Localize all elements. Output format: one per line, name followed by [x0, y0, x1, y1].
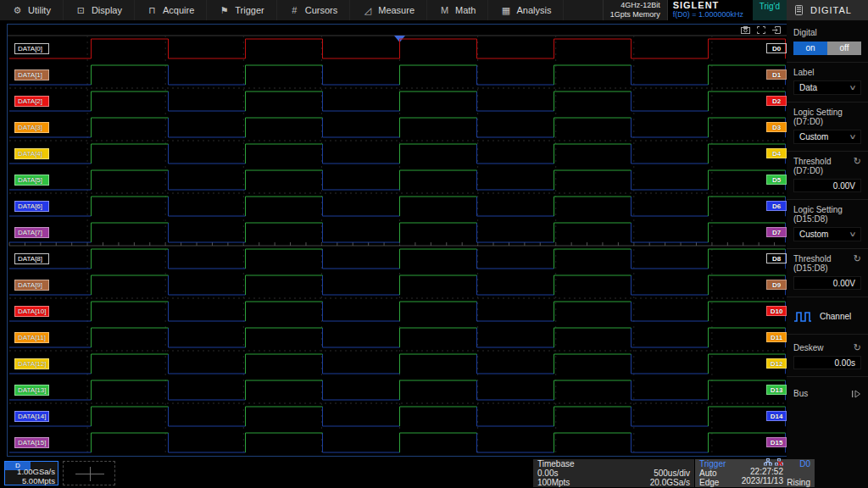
channel-badge-D8[interactable]: D8: [766, 253, 787, 263]
channel-badge-D0[interactable]: D0: [766, 43, 787, 53]
menu-measure[interactable]: ◿ Measure: [350, 0, 427, 20]
channel-label-D14[interactable]: DATA[14]: [14, 411, 49, 422]
channel-badge-D1[interactable]: D1: [766, 69, 787, 80]
channel-badge-D10[interactable]: D10: [766, 306, 787, 316]
channel-label-D15[interactable]: DATA[15]: [14, 437, 49, 448]
channel-label-D9[interactable]: DATA[9]: [14, 280, 49, 291]
channel-badge-D13[interactable]: D13: [766, 385, 787, 395]
waveform-display[interactable]: DATA[0]D0DATA[1]D1DATA[2]D2DATA[3]D3DATA…: [7, 24, 788, 457]
channel-badge-D11[interactable]: D11: [766, 332, 787, 342]
channel-label-D12[interactable]: DATA[12]: [14, 358, 49, 369]
channel-label-D1[interactable]: DATA[1]: [14, 69, 49, 80]
digital-trace-high-D4: [92, 144, 786, 164]
channel-label-D5[interactable]: DATA[5]: [14, 175, 49, 186]
refresh-icon[interactable]: ↻: [854, 343, 861, 352]
channel-badge-D7[interactable]: D7: [766, 227, 787, 237]
digital-trace-low-D1: [9, 65, 786, 85]
menu-utility-label: Utility: [28, 5, 51, 15]
label-section-title: Label: [787, 68, 868, 77]
deskew-input[interactable]: 0.00s: [793, 356, 861, 369]
digital-trace-low-D5: [9, 170, 786, 190]
logic-setting2-dropdown[interactable]: Custom ∨: [793, 227, 861, 241]
bus-button[interactable]: Bus: [787, 382, 868, 407]
channel-label-D3[interactable]: DATA[3]: [14, 122, 49, 133]
channel-label-D0[interactable]: DATA[0]: [14, 43, 49, 54]
digital-trace-high-D13: [92, 380, 786, 400]
trigger-source: D0: [799, 459, 810, 469]
memory-depth: 5.00Mpts: [17, 476, 55, 485]
deskew-title: Deskew: [787, 343, 831, 352]
waveform-canvas: [8, 25, 789, 458]
menu-acquire[interactable]: ⊓ Acquire: [135, 0, 207, 20]
frequency-readout: f(D0) = 1.000000kHz: [673, 10, 748, 19]
channel-badge-D14[interactable]: D14: [766, 411, 787, 421]
divider: [787, 151, 868, 152]
channel-label-D10[interactable]: DATA[10]: [14, 306, 49, 317]
gear-icon: ⚙: [12, 5, 23, 16]
square-wave-icon: [793, 311, 812, 322]
digital-trace-high-D14: [92, 407, 786, 426]
flag-icon: ⚑: [219, 5, 230, 16]
digital-trace-low-D10: [9, 302, 786, 321]
logic-setting2-title: Logic Setting(D15:D8): [787, 205, 868, 224]
digital-channel-descriptor[interactable]: D 1.00GSa/s 5.00Mpts: [4, 461, 58, 485]
menu-display-label: Display: [92, 5, 122, 15]
channel-badge-D15[interactable]: D15: [766, 437, 787, 447]
channel-badge-D3[interactable]: D3: [766, 122, 787, 132]
channel-label-D7[interactable]: DATA[7]: [14, 227, 49, 238]
chevron-down-icon: ∨: [849, 230, 856, 238]
channel-badge-D9[interactable]: D9: [766, 280, 787, 290]
measure-icon: ◿: [362, 5, 373, 16]
digital-trace-low-D15: [9, 433, 786, 452]
threshold2-input[interactable]: 0.00V: [793, 276, 861, 290]
menu-cursors-label: Cursors: [305, 5, 338, 15]
menu-math[interactable]: M Math: [427, 0, 488, 20]
channel-label-D6[interactable]: DATA[6]: [14, 201, 49, 212]
menu-utility[interactable]: ⚙ Utility: [0, 0, 64, 20]
clock-date: 2023/11/13: [735, 476, 783, 485]
channel-label-D8[interactable]: DATA[8]: [14, 253, 49, 264]
digital-off-button[interactable]: off: [827, 42, 861, 55]
digital-onoff-label: Digital: [787, 28, 868, 37]
channel-label-D4[interactable]: DATA[4]: [14, 148, 49, 159]
timebase-samplerate: 20.0GSa/s: [650, 478, 690, 487]
timebase-descriptor[interactable]: Timebase 0.00s 500us/div 100Mpts 20.0GSa…: [533, 459, 694, 487]
cursors-icon: #: [289, 5, 300, 15]
channel-badge-D12[interactable]: D12: [766, 358, 787, 369]
threshold2-title: Threshold(D15:D8): [787, 254, 837, 273]
plus-icon: [90, 467, 91, 481]
label-dropdown[interactable]: Data ∨: [793, 80, 861, 95]
channel-button[interactable]: Channel: [787, 302, 868, 332]
threshold1-input[interactable]: 0.00V: [793, 179, 861, 192]
chevron-down-icon: ∨: [849, 133, 856, 141]
digital-trace-high-D11: [92, 328, 786, 347]
trigger-type: Edge: [699, 478, 719, 487]
menu-trigger[interactable]: ⚑ Trigger: [207, 0, 276, 20]
digital-panel-icon: [795, 5, 803, 15]
channel-button-label: Channel: [820, 312, 851, 321]
menu-measure-label: Measure: [378, 5, 415, 15]
clock-time: 22:27:52: [735, 467, 783, 476]
menu-analysis[interactable]: ▦ Analysis: [488, 0, 564, 20]
channel-badge-D4[interactable]: D4: [766, 148, 787, 158]
menu-display[interactable]: ⊡ Display: [64, 0, 135, 20]
channel-badge-D6[interactable]: D6: [766, 201, 787, 211]
label-dropdown-value: Data: [799, 83, 817, 92]
expand-arrow-icon: [851, 390, 861, 398]
channel-label-D11[interactable]: DATA[11]: [14, 332, 49, 343]
divider: [787, 248, 868, 249]
divider: [787, 102, 868, 103]
divider: [787, 297, 868, 297]
digital-trace-high-D15: [92, 433, 786, 452]
refresh-icon[interactable]: ↻: [854, 254, 861, 263]
channel-label-D13[interactable]: DATA[13]: [14, 385, 49, 396]
digital-on-button[interactable]: on: [793, 42, 827, 55]
refresh-icon[interactable]: ↻: [854, 157, 861, 166]
add-channel-button[interactable]: [63, 461, 115, 485]
logic-setting1-dropdown[interactable]: Custom ∨: [793, 130, 861, 144]
channel-badge-D2[interactable]: D2: [766, 96, 787, 106]
acquisition-specs: 4GHz-12Bit 1Gpts Memory: [603, 0, 668, 20]
channel-label-D2[interactable]: DATA[2]: [14, 96, 49, 107]
channel-badge-D5[interactable]: D5: [766, 175, 787, 185]
menu-cursors[interactable]: # Cursors: [277, 0, 351, 20]
